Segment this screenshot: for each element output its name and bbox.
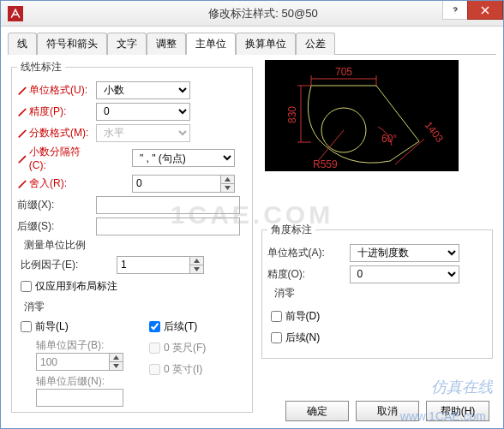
ang-unit-format-label: 单位格式(A):	[267, 246, 350, 260]
round-spin-up[interactable]	[221, 176, 234, 184]
trailing-checkbox[interactable]: 后续(T)	[149, 319, 197, 334]
precision-select[interactable]: 0	[96, 103, 190, 121]
ang-zero-legend: 消零	[271, 286, 298, 301]
feet-label: 0 英尺(F)	[164, 341, 206, 355]
layout-only-checkbox[interactable]: 仅应用到布局标注	[21, 279, 117, 294]
factor-spin-down[interactable]	[190, 265, 203, 273]
tab-line[interactable]: 线	[8, 33, 37, 55]
leading-label: 前导(L)	[35, 319, 69, 334]
prefix-input[interactable]	[96, 196, 240, 214]
trailing-check-input[interactable]	[149, 321, 160, 332]
suffix-label: 后缀(S):	[17, 219, 96, 234]
feet-check-input	[149, 343, 160, 354]
suffix-input[interactable]	[96, 217, 240, 235]
layout-only-check-input[interactable]	[21, 281, 32, 292]
factor-spin-up[interactable]	[190, 257, 203, 265]
dialog-button-bar: 确定 取消 帮助(H)	[285, 401, 489, 421]
app-icon	[8, 6, 23, 21]
zero-suppress-group: 消零 前导(L) 辅单位因子(B):	[17, 300, 247, 407]
ang-trailing-check-input[interactable]	[271, 332, 282, 343]
tab-adjust[interactable]: 调整	[147, 33, 186, 55]
unit-format-label: 单位格式(U):	[17, 83, 96, 98]
ang-precision-select[interactable]: 0	[350, 265, 459, 283]
cancel-button[interactable]: 取消	[356, 401, 419, 421]
factor-input[interactable]	[117, 256, 190, 274]
tab-bar: 线 符号和箭头 文字 调整 主单位 换算单位 公差	[8, 32, 496, 55]
window-buttons	[443, 1, 503, 26]
tab-text[interactable]: 文字	[107, 33, 147, 55]
tab-primary-units[interactable]: 主单位	[186, 33, 236, 55]
trailing-label: 后续(T)	[164, 319, 197, 334]
ang-precision-label: 精度(O):	[267, 267, 350, 282]
ang-leading-checkbox[interactable]: 前导(D)	[271, 309, 321, 324]
round-spin-down[interactable]	[221, 184, 234, 192]
factor-spinner[interactable]	[190, 256, 204, 274]
close-button[interactable]	[467, 1, 503, 20]
svg-line-8	[395, 139, 424, 164]
angular-dim-group: 角度标注 单位格式(A): 十进制度数 精度(O): 0 消零	[261, 223, 493, 359]
ang-unit-format-select[interactable]: 十进制度数	[350, 244, 459, 262]
leading-check-input[interactable]	[21, 321, 32, 332]
linear-dim-legend: 线性标注	[17, 60, 65, 74]
zero-suppress-legend: 消零	[21, 300, 48, 314]
aux-factor-input	[36, 353, 110, 371]
round-input[interactable]	[132, 175, 221, 193]
titlebar: 修改标注样式: 50@50	[1, 1, 503, 27]
aux-suffix-label: 辅单位后缀(N):	[36, 374, 123, 389]
layout-only-label: 仅应用到布局标注	[35, 279, 117, 294]
ang-trailing-checkbox[interactable]: 后续(N)	[271, 331, 321, 345]
fraction-format-label: 分数格式(M):	[17, 126, 96, 140]
preview-dim-right: 1403	[422, 119, 446, 145]
decimal-sep-select[interactable]: " , " (句点)	[132, 149, 235, 167]
inch-label: 0 英寸(I)	[164, 362, 202, 377]
dialog-window: 修改标注样式: 50@50 线 符号和箭头 文字 调整 主单位 换算单位 公差 …	[0, 0, 504, 429]
aux-suffix-input	[36, 389, 123, 407]
preview-dim-angle: 60°	[381, 133, 397, 145]
tab-alt-units[interactable]: 换算单位	[236, 33, 296, 55]
preview-dim-top: 705	[335, 66, 352, 78]
ang-leading-check-input[interactable]	[271, 311, 282, 322]
tab-tolerance[interactable]: 公差	[296, 33, 335, 55]
precision-label: 精度(P):	[17, 104, 96, 119]
dialog-title: 修改标注样式: 50@50	[23, 6, 503, 21]
help-button[interactable]: 帮助(H)	[426, 401, 489, 421]
factor-label: 比例因子(E):	[21, 258, 117, 272]
decimal-sep-label: 小数分隔符(C):	[17, 145, 96, 171]
aux-factor-label: 辅单位因子(B):	[36, 338, 123, 353]
unit-format-select[interactable]: 小数	[96, 81, 190, 99]
prefix-label: 前缀(X):	[17, 198, 96, 212]
aux-factor-spin-down	[110, 362, 123, 370]
angular-dim-legend: 角度标注	[267, 223, 315, 237]
scale-group: 测量单位比例 比例因子(E):	[17, 238, 247, 298]
preview-dim-left: 830	[286, 106, 298, 123]
inch-check-input	[149, 364, 160, 375]
scale-legend: 测量单位比例	[21, 238, 89, 253]
dimension-preview: 705 830 R559 60° 1403	[265, 60, 459, 171]
preview-dim-radius: R559	[313, 158, 338, 170]
round-label: 舍入(R):	[17, 176, 96, 191]
ok-button[interactable]: 确定	[285, 401, 349, 421]
aux-factor-spinner	[110, 353, 123, 371]
linear-dim-group: 线性标注 单位格式(U): 小数 精度(P):	[11, 60, 253, 413]
aux-factor-spin-up	[110, 354, 123, 362]
feet-checkbox: 0 英尺(F)	[149, 341, 206, 355]
leading-checkbox[interactable]: 前导(L)	[21, 319, 69, 334]
ang-leading-label: 前导(D)	[285, 309, 321, 324]
ang-zero-group: 消零 前导(D) 后续(N)	[267, 286, 487, 353]
tab-symbols-arrows[interactable]: 符号和箭头	[37, 33, 107, 55]
ang-trailing-label: 后续(N)	[285, 331, 321, 345]
help-button-title[interactable]	[442, 1, 468, 20]
fraction-format-select: 水平	[96, 124, 190, 142]
round-spinner[interactable]	[221, 175, 235, 193]
inch-checkbox: 0 英寸(I)	[149, 362, 202, 377]
